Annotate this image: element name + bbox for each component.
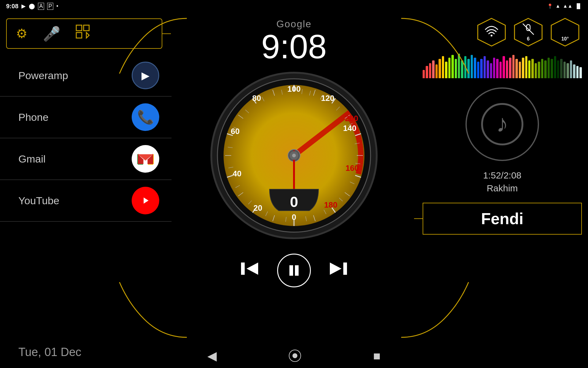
svg-rect-2 — [76, 33, 82, 38]
eq-bar — [451, 55, 454, 79]
eq-bar — [570, 60, 572, 79]
weather-value: 10° — [559, 36, 571, 42]
eq-bar — [503, 56, 505, 78]
svg-text:180: 180 — [324, 200, 337, 209]
poweramp-icon[interactable]: ▶ — [132, 62, 159, 89]
svg-marker-73 — [330, 263, 341, 275]
prev-button[interactable] — [240, 261, 259, 280]
eq-bar — [554, 56, 556, 78]
app-name-phone: Phone — [18, 111, 48, 123]
signal-icon: ▲▲ — [563, 3, 573, 9]
pause-button[interactable] — [277, 254, 311, 287]
mic-widget-icon — [522, 23, 534, 36]
eq-bar — [455, 59, 457, 78]
date-display: Tue, 01 Dec — [0, 336, 172, 368]
status-time: 9:08 — [6, 3, 18, 10]
app-item-youtube[interactable]: YouTube — [0, 180, 172, 221]
track-artist: Rakhim — [423, 183, 582, 194]
svg-point-67 — [292, 154, 296, 157]
eq-bar — [573, 64, 575, 78]
app-name-gmail: Gmail — [18, 153, 46, 165]
eq-bar — [509, 58, 511, 79]
eq-bar — [458, 54, 460, 78]
eq-bar — [551, 59, 553, 78]
music-note-area: ♪ — [423, 87, 582, 161]
svg-text:20: 20 — [254, 203, 262, 213]
eq-bar — [467, 59, 469, 78]
eq-bar — [496, 59, 498, 78]
google-time: Google 9:08 — [261, 18, 327, 63]
svg-marker-3 — [86, 33, 89, 38]
eq-bar — [531, 59, 533, 78]
status-bar: 9:08 ▶ ⬤ A P • 📍 ▲ ▲▲ ▐▌ — [0, 0, 588, 12]
play-status-icon: ▶ — [21, 3, 26, 10]
widget-mic-off[interactable]: 6 — [511, 17, 545, 48]
svg-rect-0 — [76, 25, 82, 31]
eq-bar — [445, 62, 447, 78]
svg-text:60: 60 — [231, 127, 240, 136]
p-icon: P — [47, 3, 53, 10]
track-info: 1:52/2:08 Rakhim — [417, 167, 588, 197]
youtube-icon[interactable] — [132, 187, 159, 214]
eq-bar — [432, 60, 434, 79]
eq-bar — [423, 70, 425, 78]
location-icon: 📍 — [547, 3, 553, 9]
svg-marker-69 — [247, 263, 258, 275]
home-button[interactable] — [289, 350, 301, 362]
eq-bar — [499, 62, 502, 78]
eq-bar — [548, 58, 550, 79]
svg-rect-74 — [343, 263, 347, 275]
widget-wifi[interactable] — [475, 17, 508, 48]
back-button[interactable]: ◀ — [207, 349, 217, 363]
svg-text:160: 160 — [345, 163, 359, 173]
stop-icon: ⬤ — [29, 3, 35, 10]
eq-bar — [541, 59, 543, 78]
eq-bar — [528, 60, 530, 79]
wifi-widget-icon — [484, 25, 499, 40]
svg-rect-72 — [295, 265, 299, 276]
recent-button[interactable]: ■ — [373, 349, 380, 363]
eq-bar — [448, 58, 450, 79]
svg-line-79 — [523, 24, 534, 35]
svg-text:200: 200 — [345, 114, 358, 123]
eq-bar — [506, 60, 508, 79]
status-left: 9:08 ▶ ⬤ A P • — [6, 3, 58, 10]
eq-bar — [493, 58, 495, 79]
app-item-gmail[interactable]: Gmail — [0, 138, 172, 180]
eq-bar — [480, 59, 482, 78]
phone-icon[interactable]: 📞 — [132, 103, 159, 131]
app-list: Poweramp ▶ Phone 📞 Gmail — [0, 52, 172, 336]
battery-icon: ▐▌ — [575, 3, 582, 9]
next-button[interactable] — [329, 261, 348, 280]
microphone-icon[interactable]: 🎤 — [43, 25, 60, 42]
eq-bar — [487, 60, 489, 79]
date-text: Tue, 01 Dec — [18, 346, 81, 358]
music-circle: ♪ — [466, 87, 539, 161]
app-item-poweramp[interactable]: Poweramp ▶ — [0, 55, 172, 96]
eq-bar — [564, 62, 566, 78]
widget-weather[interactable]: 10° — [548, 17, 582, 48]
svg-text:80: 80 — [252, 94, 261, 103]
settings-icon[interactable]: ⚙ — [16, 26, 28, 41]
center-panel: Google 9:08 — [172, 12, 417, 368]
speedometer: 0 20 40 60 80 100 120 140 160 180 200 — [208, 70, 380, 241]
svg-text:0: 0 — [292, 213, 296, 222]
svg-text:120: 120 — [321, 94, 334, 103]
song-title-box: Fendi — [423, 203, 582, 235]
eq-bar — [435, 64, 438, 78]
gmail-icon[interactable] — [132, 145, 159, 173]
apps-grid-icon[interactable] — [76, 25, 91, 43]
svg-point-76 — [491, 35, 492, 36]
eq-bar — [515, 59, 518, 78]
mic-value: 6 — [522, 36, 534, 42]
svg-text:0: 0 — [290, 194, 298, 210]
alpha-icon: A — [38, 3, 44, 10]
eq-bar — [471, 55, 473, 79]
app-name-poweramp: Poweramp — [18, 70, 68, 82]
eq-bar — [538, 62, 540, 78]
app-item-phone[interactable]: Phone 📞 — [0, 97, 172, 138]
eq-bar — [579, 67, 582, 78]
eq-bar — [557, 60, 559, 79]
svg-rect-1 — [84, 25, 89, 31]
equalizer — [423, 54, 582, 78]
